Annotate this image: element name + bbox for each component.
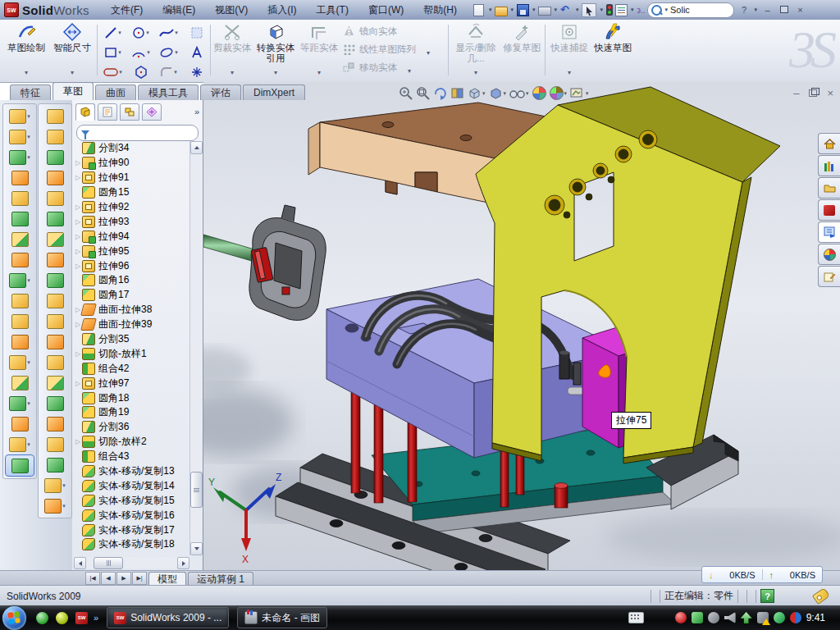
tree-item[interactable]: 圆角15 — [74, 185, 189, 200]
tree-item[interactable]: ▷拉伸96 — [74, 258, 189, 273]
expand-arrow-icon[interactable]: ▷ — [74, 262, 82, 270]
ribbon-tab-评估[interactable]: 评估 — [200, 84, 241, 100]
home-icon[interactable] — [818, 133, 840, 154]
expand-arrow-icon[interactable]: ▷ — [74, 203, 82, 211]
model-scene[interactable]: Y Z X — [203, 82, 840, 570]
menu-文件(F)[interactable]: 文件(F) — [101, 3, 153, 17]
tree-item[interactable]: 圆角18 — [74, 390, 189, 405]
antivirus-ball-icon[interactable] — [56, 612, 68, 624]
spline-tool[interactable]: ▾ — [156, 23, 181, 43]
menu-工具(T)[interactable]: 工具(T) — [307, 3, 358, 17]
curve-icon[interactable]: ▾ — [39, 495, 71, 516]
menu-编辑(E)[interactable]: 编辑(E) — [153, 3, 205, 17]
sketch-button[interactable]: 草图绘制▾ — [5, 22, 48, 78]
tree-item[interactable]: 实体-移动/复制15 — [74, 493, 189, 508]
solidworks-quicklaunch-icon[interactable]: SW — [75, 612, 88, 624]
appearances-icon[interactable] — [818, 244, 840, 265]
scroll-left-button[interactable] — [74, 557, 86, 569]
quicklaunch-overflow-chevron[interactable]: » — [94, 613, 98, 623]
tree-item[interactable]: ▷拉伸93 — [74, 214, 189, 229]
doc-close-button[interactable]: × — [827, 87, 833, 99]
ribbon-tab-模具工具[interactable]: 模具工具 — [138, 84, 199, 100]
cut-with-surface-icon[interactable] — [39, 454, 71, 475]
tree-filter-box[interactable] — [76, 125, 199, 141]
hide-show-items-icon[interactable]: ▾ — [509, 88, 529, 99]
scroll-down-button[interactable] — [190, 542, 203, 555]
tab-nav-button[interactable]: ▶| — [132, 572, 147, 585]
zoom-area-icon[interactable] — [416, 86, 430, 100]
tree-item[interactable]: 分割34 — [74, 141, 189, 156]
ribbon-tab-特征[interactable]: 特征 — [10, 84, 51, 100]
menu-视图(V)[interactable]: 视图(V) — [205, 3, 258, 17]
sketch-fillet-tool[interactable]: ▾ — [156, 62, 181, 82]
ribbon-tab-草图[interactable]: 草图 — [52, 82, 94, 100]
dropdown-arrow-icon[interactable]: ▾ — [27, 134, 30, 140]
extruded-boss-icon[interactable]: ▾ — [3, 106, 36, 126]
taskbar-window-solidworks[interactable]: SW SolidWorks 2009 - ... — [107, 607, 229, 628]
trim-surface-icon[interactable] — [39, 352, 71, 372]
menu-插入(I)[interactable]: 插入(I) — [258, 3, 306, 17]
file-explorer-icon[interactable] — [818, 177, 840, 199]
delete-body-icon[interactable]: ▾ — [3, 352, 36, 372]
expand-arrow-icon[interactable]: ▷ — [74, 174, 82, 181]
tree-item[interactable]: 圆角19 — [74, 405, 189, 420]
tree-item[interactable]: 实体-移动/复制14 — [74, 478, 189, 493]
extend-surface-icon[interactable] — [39, 331, 71, 352]
combine-icon[interactable] — [3, 290, 36, 311]
tree-filter-input[interactable] — [93, 127, 212, 139]
tree-item[interactable]: 组合43 — [74, 450, 189, 464]
tree-item[interactable]: 组合42 — [74, 361, 189, 376]
doc-restore-button[interactable] — [809, 87, 817, 99]
dropdown-arrow-icon[interactable]: ▾ — [62, 482, 66, 489]
tags-icon[interactable] — [812, 587, 830, 605]
tree-item[interactable]: 分割35 — [74, 332, 189, 347]
ruled-surface-icon[interactable] — [39, 270, 71, 290]
instant3d-icon[interactable] — [5, 454, 34, 477]
lofted-boss-icon[interactable] — [3, 188, 36, 208]
quick-tips-icon[interactable]: ? — [760, 589, 774, 603]
sketch-text-tool[interactable] — [184, 43, 209, 62]
scroll-up-button[interactable] — [190, 141, 203, 154]
boundary-surface-icon[interactable] — [39, 188, 71, 208]
swept-boss-icon[interactable] — [3, 167, 36, 188]
messenger-icon[interactable] — [36, 612, 48, 624]
tree-item[interactable]: 分割36 — [74, 420, 189, 435]
tree-item[interactable]: ▷曲面-拉伸38 — [74, 303, 189, 317]
feature-manager-tab[interactable] — [75, 103, 95, 121]
property-manager-tab[interactable] — [98, 103, 117, 121]
update-gear-icon[interactable] — [708, 612, 719, 623]
fillet-icon[interactable]: ▾ — [3, 147, 36, 167]
tree-vertical-scrollbar[interactable] — [189, 141, 202, 555]
view-settings-icon[interactable]: ▾ — [570, 87, 589, 99]
tree-item[interactable]: ▷曲面-拉伸39 — [74, 317, 189, 332]
solidworks-resources-icon[interactable] — [818, 199, 840, 221]
dropdown-arrow-icon[interactable]: ▾ — [62, 503, 66, 509]
close-button[interactable]: × — [793, 4, 807, 16]
rotate-view-icon[interactable] — [433, 86, 447, 100]
panel-overflow-chevron[interactable]: » — [194, 107, 199, 116]
scroll-right-button[interactable] — [177, 557, 189, 569]
options-icon[interactable] — [615, 4, 628, 16]
minimize-button[interactable]: – — [760, 4, 774, 16]
draft-icon[interactable] — [3, 229, 36, 249]
polygon-tool[interactable] — [128, 62, 153, 82]
split-body-icon[interactable] — [3, 311, 36, 331]
tab-nav-button[interactable]: ▶ — [116, 572, 131, 585]
extruded-cut-icon[interactable]: ▾ — [3, 126, 36, 147]
taskbar-window-paint[interactable]: 未命名 - 画图 — [237, 607, 327, 628]
move-copy-body-icon[interactable] — [3, 331, 36, 352]
zoom-fit-icon[interactable] — [399, 86, 413, 100]
ribbon-tab-曲面[interactable]: 曲面 — [95, 84, 136, 100]
shell-icon[interactable] — [3, 208, 36, 229]
vertical-scroll-thumb[interactable] — [190, 472, 203, 508]
custom-properties-icon[interactable] — [818, 266, 840, 287]
reference-geometry-icon[interactable]: ▾ — [39, 475, 71, 495]
edit-appearance-icon[interactable] — [532, 86, 546, 100]
rib-icon[interactable] — [3, 249, 36, 270]
tree-item[interactable]: ▷拉伸92 — [74, 200, 189, 215]
tree-item[interactable]: 圆角16 — [74, 273, 189, 288]
expand-arrow-icon[interactable]: ▷ — [74, 380, 82, 387]
undo-icon[interactable]: ↶ — [560, 4, 573, 16]
tree-item[interactable]: ▷拉伸97 — [74, 376, 189, 390]
health-shield-icon[interactable] — [774, 612, 785, 623]
